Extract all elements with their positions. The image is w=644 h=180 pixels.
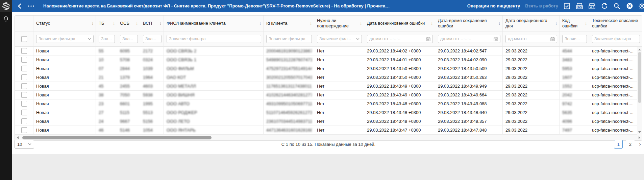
row-select-cell — [15, 82, 33, 90]
column-header-vsp[interactable]: ВСП↓ — [140, 16, 164, 31]
vertical-scroll-thumb[interactable] — [638, 52, 641, 103]
sort-icon[interactable]: ↓ — [310, 21, 312, 26]
refresh-button[interactable] — [601, 2, 608, 10]
cell-status: Новая — [33, 64, 96, 73]
sort-icon[interactable]: ↓ — [431, 21, 433, 26]
filter-input-tb[interactable]: Зна... — [99, 35, 115, 43]
table-row[interactable]: Новая1057080324ООО СВЯЗЬ 154989013122876… — [15, 55, 637, 64]
row-checkbox[interactable] — [21, 118, 27, 124]
cell-value: 45 — [99, 84, 103, 89]
next-page-button[interactable]: › — [638, 141, 642, 148]
filter-input-err_code[interactable]: Значе... — [562, 35, 587, 43]
filter-placeholder: Значе... — [565, 37, 585, 41]
calendar-icon[interactable] — [494, 37, 498, 41]
column-header-osb[interactable]: ОСБ↓ — [117, 16, 140, 31]
sort-icon[interactable]: ↓ — [259, 21, 261, 26]
cell-value: 29.03.2022 — [505, 66, 527, 71]
filter-cell-op_date: дд.мм.гггг — [503, 31, 560, 46]
sort-icon[interactable]: ↓ — [113, 21, 115, 26]
back-button[interactable] — [16, 2, 23, 10]
sort-icon[interactable]: ↓ — [92, 21, 94, 26]
sberbank-logo[interactable] — [0, 0, 12, 12]
cell-value: 38 — [99, 92, 103, 97]
row-checkbox[interactable] — [21, 110, 27, 115]
row-checkbox[interactable] — [21, 83, 27, 89]
search-button[interactable] — [613, 2, 621, 10]
sort-icon[interactable]: ↓ — [159, 21, 162, 26]
scroll-up-button[interactable] — [637, 47, 642, 52]
cell-client_id: 49310995010506977111 — [264, 99, 314, 108]
vertical-scrollbar[interactable] — [637, 47, 642, 135]
row-checkbox[interactable] — [21, 92, 27, 98]
sort-icon[interactable]: ↓ — [555, 21, 557, 26]
more-menu-button[interactable] — [27, 2, 35, 10]
table-row[interactable]: Новая4524554603ООО МЕТАЛЛ117651361311743… — [15, 82, 637, 91]
filter-input-tech[interactable]: Значение фильтра — [592, 35, 640, 43]
page-button-1[interactable]: 1 — [614, 140, 623, 149]
export-xls-button[interactable]: XLS — [588, 2, 596, 10]
cell-vsp: 5938 — [140, 91, 164, 99]
filter-input-vsp[interactable]: Зна... — [143, 35, 162, 43]
cell-err_date: 29.03.2022 18:43:48 +0300 — [364, 108, 435, 117]
row-checkbox[interactable] — [21, 74, 27, 80]
cell-save_date: 29.03.2022 18:43:49.664 — [435, 91, 503, 99]
filter-input-confirm[interactable]: Значение фил... — [317, 35, 362, 43]
calendar-icon[interactable] — [426, 37, 430, 41]
table-row[interactable]: Новая2113791964ОАО КОТ302002120550701704… — [15, 73, 637, 82]
select-checked-button[interactable] — [563, 2, 571, 10]
table-row[interactable]: Новая4651461054ООО ЯНТАРЬ447136463160162… — [15, 126, 637, 135]
sort-icon[interactable]: ↓ — [136, 21, 138, 26]
sort-icon[interactable]: ↓ — [585, 21, 587, 26]
cell-confirm: Нет — [314, 73, 364, 82]
table-row[interactable]: Новая5560952172ООО СВЯЗЬ 220004619190901… — [15, 47, 637, 55]
table-row[interactable]: Новая2751155513ООО РОДЖЕР511071464592626… — [15, 108, 637, 117]
notifications-button[interactable] — [0, 13, 12, 25]
table-row[interactable]: Новая3870505938ООО ВИШНЯ4102621446340281… — [15, 91, 637, 99]
column-header-fio[interactable]: ФИО/Наименование клиента↓ — [164, 16, 264, 31]
scroll-down-button[interactable] — [637, 130, 642, 134]
row-checkbox[interactable] — [21, 48, 27, 54]
column-header-client_id[interactable]: Id клиента↓ — [264, 16, 314, 31]
row-checkbox[interactable] — [21, 101, 27, 107]
filter-input-err_date[interactable]: дд.мм.гггг --:--:-- — [367, 35, 433, 43]
filter-input-status[interactable]: Значение фильтра — [36, 35, 94, 43]
filter-input-osb[interactable]: Зна... — [120, 35, 138, 43]
table-row[interactable]: Новая2366011995ООО АВТО49310995010506977… — [15, 99, 637, 108]
close-incident-button[interactable] — [626, 2, 633, 10]
column-header-tb[interactable]: ТБ↓ — [96, 16, 117, 31]
column-header-confirm[interactable]: Нужно ли подтверждение↓ — [314, 16, 364, 31]
table-row[interactable]: Новая2496675156ООО ЛЕТО23610703445149837… — [15, 117, 637, 126]
cell-tb: 38 — [96, 91, 117, 99]
column-header-op_date[interactable]: Дата операционного дня↓ — [503, 16, 560, 31]
page-button-2[interactable]: 2 — [626, 140, 635, 149]
filter-input-fio[interactable]: Значение фильтра — [167, 35, 261, 43]
cell-value: 5708 — [120, 57, 130, 62]
column-header-err_code[interactable]: Код ошибки↓ — [560, 16, 589, 31]
row-checkbox[interactable] — [21, 127, 27, 133]
calendar-icon[interactable] — [550, 37, 555, 41]
filter-input-op_date[interactable]: дд.мм.гггг — [505, 35, 557, 43]
filter-input-client_id[interactable]: Значение фильтра — [266, 35, 312, 43]
operations-by-incident-button[interactable]: Операции по инциденту — [467, 3, 520, 8]
page-size-select[interactable]: 10 — [15, 140, 34, 149]
column-header-tech[interactable]: Техническое описание ошибки — [589, 16, 642, 31]
take-to-work-button[interactable]: Взять в работу — [525, 3, 558, 8]
row-checkbox[interactable] — [21, 66, 27, 71]
settings-button[interactable] — [638, 2, 644, 10]
sort-icon[interactable]: ↓ — [360, 21, 362, 26]
select-all-checkbox[interactable] — [21, 36, 27, 42]
rows-summary: С 1 по 10 из 15. Показаны данные за 10 д… — [15, 142, 642, 147]
table-row[interactable]: Новая0728441039ООО ФИЛЬМ4752972314755149… — [15, 64, 637, 73]
filter-input-save_date[interactable]: дд.мм.гггг --:--:-- — [438, 35, 500, 43]
export-pdf-button[interactable]: PDF — [576, 2, 583, 10]
cell-value: 24 — [99, 119, 103, 124]
cell-tb: 07 — [96, 64, 117, 73]
sort-icon[interactable]: ↓ — [498, 21, 500, 26]
row-checkbox[interactable] — [21, 57, 27, 63]
chevron-down-icon — [28, 143, 31, 145]
grid-rows: Новая5560952172ООО СВЯЗЬ 220004619190901… — [15, 47, 637, 135]
column-header-err_date[interactable]: Дата возникновения ошибки↓ — [364, 16, 435, 31]
column-header-status[interactable]: Статус↓ — [33, 16, 96, 31]
column-header-save_date[interactable]: Дата-время сохранения ошибки↓ — [435, 16, 503, 31]
cell-op_date: 29.03.2022 — [503, 91, 560, 99]
